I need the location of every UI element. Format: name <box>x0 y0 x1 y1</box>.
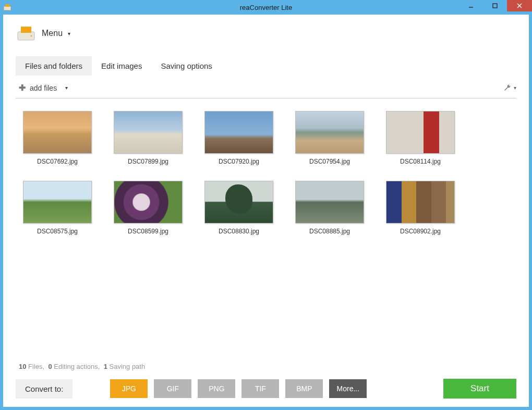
window-controls <box>459 0 532 11</box>
svg-rect-0 <box>4 6 11 10</box>
svg-rect-3 <box>493 4 497 8</box>
file-name: DSC07899.jpg <box>128 158 168 165</box>
file-item[interactable]: DSC08902.jpg <box>382 181 459 235</box>
thumbnail-image <box>204 111 273 154</box>
tabs: Files and foldersEdit imagesSaving optio… <box>16 56 516 76</box>
file-item[interactable]: DSC08575.jpg <box>19 181 96 235</box>
add-files-button[interactable]: ✚ add files ▾ <box>16 81 71 95</box>
file-name: DSC08830.jpg <box>219 228 259 235</box>
file-item[interactable]: DSC07692.jpg <box>19 111 96 165</box>
chevron-down-icon: ▾ <box>65 85 68 91</box>
printer-icon <box>16 24 37 42</box>
format-button-more[interactable]: More... <box>329 379 367 398</box>
app-body: Menu ▾ Files and foldersEdit imagesSavin… <box>3 15 529 407</box>
tab-files-and-folders[interactable]: Files and folders <box>16 56 92 76</box>
menu-button[interactable]: Menu ▾ <box>16 22 516 45</box>
maximize-button[interactable] <box>483 0 507 11</box>
format-button-png[interactable]: PNG <box>198 379 235 398</box>
chevron-down-icon: ▾ <box>68 31 70 36</box>
convert-to-label: Convert to: <box>16 379 72 399</box>
file-item[interactable]: DSC07899.jpg <box>110 111 187 165</box>
file-item[interactable]: DSC08599.jpg <box>110 181 187 235</box>
format-button-jpg[interactable]: JPG <box>110 379 148 398</box>
close-button[interactable] <box>507 0 532 11</box>
wrench-icon <box>503 84 512 92</box>
save-label: Saving path <box>110 363 146 370</box>
start-button[interactable]: Start <box>443 379 516 399</box>
file-name: DSC07954.jpg <box>309 158 350 165</box>
format-buttons: JPGGIFPNGTIFBMPMore... <box>110 379 367 398</box>
svg-point-8 <box>31 35 32 37</box>
thumbnail-image <box>386 111 455 154</box>
format-button-tif[interactable]: TIF <box>241 379 279 398</box>
file-item[interactable]: DSC07954.jpg <box>291 111 368 165</box>
plus-icon: ✚ <box>19 83 26 93</box>
toolbar: ✚ add files ▾ ▾ <box>16 79 516 98</box>
thumbnail-image <box>114 111 183 154</box>
thumbnail-image <box>295 111 364 154</box>
file-item[interactable]: DSC08830.jpg <box>200 181 277 235</box>
thumbnail-image <box>386 181 455 223</box>
window-title: reaConverter Lite <box>240 4 292 11</box>
tab-edit-images[interactable]: Edit images <box>92 56 151 76</box>
file-name: DSC08599.jpg <box>128 228 168 235</box>
file-name: DSC08114.jpg <box>400 158 441 165</box>
chevron-down-icon: ▾ <box>514 85 516 91</box>
edit-label: Editing actions, <box>54 363 100 370</box>
file-item[interactable]: DSC08114.jpg <box>382 111 459 165</box>
thumbnail-image <box>23 111 92 154</box>
file-name: DSC07692.jpg <box>37 158 78 165</box>
file-item[interactable]: DSC07920.jpg <box>200 111 277 165</box>
thumbnail-image <box>23 181 92 223</box>
files-label: Files, <box>28 363 44 370</box>
svg-rect-7 <box>21 27 31 33</box>
titlebar: reaConverter Lite <box>0 0 532 15</box>
format-button-bmp[interactable]: BMP <box>285 379 323 398</box>
add-files-label: add files <box>30 84 57 92</box>
thumbnail-image <box>204 181 273 223</box>
thumbnail-image <box>295 181 364 223</box>
svg-rect-1 <box>5 4 9 7</box>
settings-button[interactable]: ▾ <box>503 84 516 92</box>
menu-label: Menu <box>42 29 63 38</box>
file-name: DSC08575.jpg <box>37 228 78 235</box>
edit-count: 0 <box>48 363 52 370</box>
format-button-gif[interactable]: GIF <box>154 379 191 398</box>
minimize-button[interactable] <box>459 0 483 11</box>
bottom-bar: Convert to: JPGGIFPNGTIFBMPMore... Start <box>16 379 516 399</box>
save-count: 1 <box>104 363 107 370</box>
file-grid: DSC07692.jpgDSC07899.jpgDSC07920.jpgDSC0… <box>16 98 516 359</box>
files-count: 10 <box>19 363 26 370</box>
file-item[interactable]: DSC08885.jpg <box>291 181 368 235</box>
thumbnail-image <box>114 181 183 223</box>
tab-saving-options[interactable]: Saving options <box>151 56 221 76</box>
app-icon <box>3 3 11 11</box>
file-name: DSC08902.jpg <box>400 228 441 235</box>
file-name: DSC08885.jpg <box>309 228 350 235</box>
file-name: DSC07920.jpg <box>219 158 259 165</box>
status-bar: 10 Files, 0 Editing actions, 1 Saving pa… <box>16 359 516 379</box>
